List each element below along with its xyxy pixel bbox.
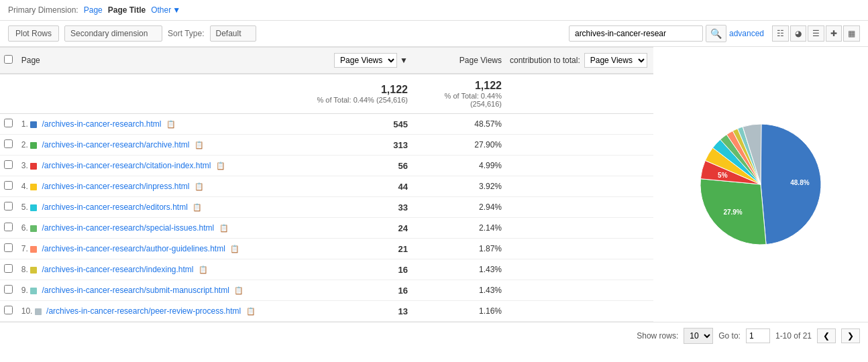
pageviews-header: Page Views (412, 48, 506, 74)
row-checkbox[interactable] (4, 139, 13, 148)
row-page-link[interactable]: /archives-in-cancer-research/editors.htm… (42, 202, 187, 212)
copy-icon[interactable]: 📋 (234, 286, 243, 294)
sort-type-wrapper[interactable]: Default (210, 25, 256, 42)
copy-icon[interactable]: 📋 (219, 224, 229, 232)
prev-page-button[interactable]: ❮ (817, 328, 836, 343)
row-color-dot (30, 121, 37, 128)
table-row: 1. /archives-in-cancer-research.html 📋 5… (0, 114, 653, 135)
row-color-dot (30, 204, 37, 211)
row-page-link[interactable]: /archives-in-cancer-research/indexing.ht… (42, 265, 193, 274)
copy-icon[interactable]: 📋 (193, 203, 202, 211)
primary-dimension-bar: Primary Dimension: Page Page Title Other… (0, 0, 868, 21)
search-button[interactable]: 🔍 (706, 25, 726, 42)
copy-icon[interactable]: 📋 (166, 120, 176, 128)
sort-arrow-icon: ▼ (400, 56, 408, 65)
pivot-view-icon[interactable]: ✚ (826, 25, 842, 42)
copy-icon[interactable]: 📋 (246, 307, 256, 315)
table-row: 8. /archives-in-cancer-research/indexing… (0, 259, 653, 280)
row-page-link[interactable]: /archives-in-cancer-research/archive.htm… (42, 140, 189, 149)
show-rows-label: Show rows: (637, 331, 678, 341)
row-checkbox[interactable] (4, 264, 13, 273)
contribution-metric-select[interactable]: Page Views (584, 53, 647, 68)
row-number: 4. (21, 182, 28, 191)
row-checkbox-cell[interactable] (0, 156, 17, 176)
copy-icon[interactable]: 📋 (195, 182, 204, 190)
row-checkbox-cell[interactable] (0, 218, 17, 239)
contribution-header[interactable]: contribution to total: Page Views (506, 48, 653, 74)
row-checkbox[interactable] (4, 160, 13, 169)
dim-page[interactable]: Page (84, 5, 103, 15)
row-page-cell: 7. /archives-in-cancer-research/author-g… (17, 239, 311, 259)
dim-other-dropdown[interactable]: Other ▼ (151, 5, 180, 15)
sort-type-select[interactable]: Default (210, 25, 256, 42)
row-page-cell: 2. /archives-in-cancer-research/archive.… (17, 135, 311, 156)
copy-icon[interactable]: 📋 (216, 162, 225, 170)
row-page-link[interactable]: /archives-in-cancer-research.html (42, 119, 161, 129)
row-contribution-cell (506, 301, 653, 322)
advanced-link[interactable]: advanced (729, 29, 764, 38)
row-page-link[interactable]: /archives-in-cancer-research/peer-review… (46, 306, 241, 316)
toolbar: Plot Rows Secondary dimension Sort Type:… (0, 21, 868, 47)
row-color-dot (30, 225, 37, 232)
sort-type-label: Sort Type: (168, 29, 204, 38)
row-checkbox[interactable] (4, 306, 13, 314)
row-page-link[interactable]: /archives-in-cancer-research/citation-in… (42, 161, 211, 170)
goto-input[interactable] (746, 328, 770, 343)
row-number: 7. (21, 244, 28, 253)
row-page-link[interactable]: /archives-in-cancer-research/inpress.htm… (42, 182, 189, 191)
row-page-link[interactable]: /archives-in-cancer-research/submit-manu… (42, 286, 229, 295)
total-views-sub: % of Total: 0.44% (254,616) (315, 96, 408, 104)
row-checkbox[interactable] (4, 285, 13, 294)
pie-svg: 48.8%27.9%5% (687, 111, 834, 258)
search-input[interactable] (569, 25, 703, 42)
metric-dropdown[interactable]: Page Views (334, 53, 397, 68)
row-checkbox[interactable] (4, 119, 13, 127)
show-rows-select[interactable]: 10 (684, 328, 713, 344)
row-checkbox-cell[interactable] (0, 239, 17, 259)
row-color-dot (30, 246, 37, 253)
table-row: 7. /archives-in-cancer-research/author-g… (0, 239, 653, 259)
row-checkbox-cell[interactable] (0, 176, 17, 197)
row-checkbox[interactable] (4, 181, 13, 190)
plot-rows-button[interactable]: Plot Rows (8, 25, 59, 42)
primary-dim-label: Primary Dimension: (8, 5, 78, 15)
next-page-button[interactable]: ❯ (841, 328, 860, 343)
metric-select-header[interactable]: Page Views ▼ (311, 48, 412, 74)
row-page-cell: 5. /archives-in-cancer-research/editors.… (17, 197, 311, 218)
table-view-icon[interactable]: ▦ (843, 25, 860, 42)
row-checkbox[interactable] (4, 202, 13, 210)
row-checkbox-cell[interactable] (0, 259, 17, 280)
copy-icon[interactable]: 📋 (199, 265, 208, 274)
row-checkbox-cell[interactable] (0, 114, 17, 135)
page-range: 1-10 of 21 (775, 331, 812, 341)
pie-label: 27.9% (723, 208, 742, 216)
table-section: Page Page Views ▼ Page Views (0, 47, 653, 322)
row-checkbox-cell[interactable] (0, 197, 17, 218)
row-color-dot (35, 308, 42, 315)
row-page-link[interactable]: /archives-in-cancer-research/special-iss… (42, 223, 214, 233)
bar-view-icon[interactable]: ☰ (808, 25, 824, 42)
table-row: 3. /archives-in-cancer-research/citation… (0, 156, 653, 176)
table-row: 4. /archives-in-cancer-research/inpress.… (0, 176, 653, 197)
row-checkbox-cell[interactable] (0, 135, 17, 156)
row-checkbox-cell[interactable] (0, 301, 17, 322)
row-color-dot (30, 288, 37, 294)
main-content: Page Page Views ▼ Page Views (0, 47, 868, 322)
row-page-link[interactable]: /archives-in-cancer-research/author-guid… (42, 244, 225, 253)
grid-view-icon[interactable]: ☷ (772, 25, 789, 42)
row-page-cell: 9. /archives-in-cancer-research/submit-m… (17, 280, 311, 301)
table-row: 5. /archives-in-cancer-research/editors.… (0, 197, 653, 218)
row-page-cell: 3. /archives-in-cancer-research/citation… (17, 156, 311, 176)
dim-page-title[interactable]: Page Title (108, 5, 146, 15)
secondary-dimension-select[interactable]: Secondary dimension (64, 25, 162, 42)
secondary-dimension-wrapper[interactable]: Secondary dimension (64, 25, 162, 42)
pie-view-icon[interactable]: ◕ (790, 25, 806, 42)
row-checkbox[interactable] (4, 243, 13, 252)
row-checkbox[interactable] (4, 223, 13, 231)
copy-icon[interactable]: 📋 (230, 245, 239, 253)
select-all-checkbox[interactable] (4, 55, 13, 64)
copy-icon[interactable]: 📋 (195, 141, 204, 149)
row-percent-cell: 1.16% (412, 301, 506, 322)
row-checkbox-cell[interactable] (0, 280, 17, 301)
select-all-header[interactable] (0, 48, 17, 74)
